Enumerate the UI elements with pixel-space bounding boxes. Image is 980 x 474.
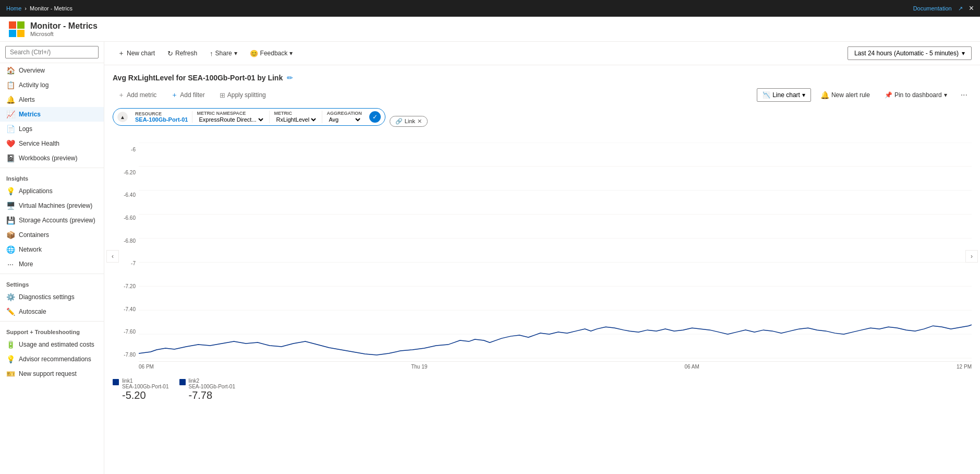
namespace-select[interactable]: ExpressRoute Direct... [197, 116, 265, 123]
sidebar-icon-logs: 📄 [6, 125, 15, 133]
aggregation-select[interactable]: Avg [326, 116, 361, 123]
sidebar-item-usage[interactable]: 🔋 Usage and estimated costs [0, 337, 104, 352]
sidebar-item-applications[interactable]: 💡 Applications [0, 184, 104, 198]
sidebar: 🏠 Overview 📋 Activity log 🔔 Alerts 📈 Met… [0, 42, 104, 474]
more-options-button[interactable]: ··· [957, 88, 972, 102]
sidebar-item-logs[interactable]: 📄 Logs [0, 122, 104, 136]
metric-selector-row: ▲ RESOURCE SEA-100Gb-Port-01 METRIC NAME… [113, 108, 972, 134]
legend-item-link2: link2 SEA-100Gb-Port-01 -7.78 [179, 378, 236, 401]
chart-nav-left-button[interactable]: ‹ [106, 250, 119, 263]
sidebar-item-more[interactable]: ··· More [0, 257, 104, 271]
search-input[interactable] [5, 46, 99, 58]
metric-select[interactable]: RxLightLevel [274, 116, 318, 123]
breadcrumb: Home › Monitor - Metrics [6, 5, 72, 11]
sidebar-divider-1 [0, 168, 104, 168]
metric-selector[interactable]: ▲ RESOURCE SEA-100Gb-Port-01 METRIC NAME… [113, 108, 385, 126]
legend-swatch-link2 [179, 379, 186, 385]
link-filter-chip[interactable]: 🔗 Link ✕ [390, 116, 428, 127]
sidebar-label-vm: Virtual Machines (preview) [19, 202, 92, 209]
sidebar-item-metrics[interactable]: 📈 Metrics [0, 107, 104, 122]
namespace-label: METRIC NAMESPACE [197, 111, 265, 116]
sidebar-item-service-health[interactable]: ❤️ Service Health [0, 136, 104, 151]
chart-nav-right-button[interactable]: › [965, 250, 978, 263]
namespace-field: METRIC NAMESPACE ExpressRoute Direct... [192, 111, 270, 123]
share-button[interactable]: ↑ Share ▾ [204, 47, 243, 60]
sidebar-item-advisor[interactable]: 💡 Advisor recommendations [0, 352, 104, 366]
apply-splitting-button[interactable]: ⊞ Apply splitting [214, 88, 271, 102]
resource-field: RESOURCE SEA-100Gb-Port-01 [131, 111, 192, 123]
y-label-4: -6.80 [113, 238, 139, 244]
time-range-picker[interactable]: Last 24 hours (Automatic - 5 minutes) ▾ [848, 46, 972, 60]
breadcrumb-current: Monitor - Metrics [30, 5, 72, 11]
y-label-8: -7.60 [113, 329, 139, 335]
sidebar-item-support[interactable]: 🎫 New support request [0, 366, 104, 381]
svg-rect-3 [17, 30, 25, 37]
app-logo [8, 21, 25, 38]
sidebar-label-diagnostics: Diagnostics settings [19, 293, 75, 301]
sidebar-item-storage[interactable]: 💾 Storage Accounts (preview) [0, 213, 104, 228]
aggregation-label: AGGREGATION [326, 111, 361, 116]
svg-rect-2 [9, 30, 16, 37]
add-filter-button[interactable]: ＋ Add filter [166, 88, 210, 102]
time-range-label: Last 24 hours (Automatic - 5 minutes) [854, 50, 959, 57]
ellipsis-icon: ··· [961, 90, 967, 99]
y-label-7: -7.40 [113, 306, 139, 312]
x-label-1: Thu 19 [411, 364, 427, 370]
legend-name-link2: link2 [189, 378, 236, 384]
sidebar-item-network[interactable]: 🌐 Network [0, 242, 104, 257]
sidebar-item-containers[interactable]: 📦 Containers [0, 228, 104, 242]
metric-confirm-button[interactable]: ✓ [369, 111, 381, 123]
filter-label: Link [405, 118, 415, 124]
add-metric-button[interactable]: ＋ Add metric [113, 88, 162, 102]
breadcrumb-home[interactable]: Home [6, 5, 21, 11]
refresh-button[interactable]: ↻ Refresh [162, 47, 202, 60]
svg-rect-0 [9, 21, 16, 29]
sidebar-icon-activity-log: 📋 [6, 81, 15, 89]
close-button[interactable]: × [969, 4, 974, 13]
splitting-icon: ⊞ [220, 91, 225, 99]
sidebar-item-workbooks[interactable]: 📓 Workbooks (preview) [0, 151, 104, 165]
alert-icon: 🔔 [820, 91, 829, 99]
chart-type-chevron: ▾ [802, 91, 805, 99]
sidebar-item-vm[interactable]: 🖥️ Virtual Machines (preview) [0, 198, 104, 213]
y-label-6: -7.20 [113, 283, 139, 289]
app-title: Monitor - Metrics [30, 21, 98, 31]
sidebar-item-activity-log[interactable]: 📋 Activity log [0, 78, 104, 92]
share-icon: ↑ [210, 50, 213, 57]
sidebar-item-autoscale[interactable]: ✏️ Autoscale [0, 304, 104, 319]
sidebar-item-overview[interactable]: 🏠 Overview [0, 63, 104, 78]
chart-line-link2 [139, 325, 972, 355]
pin-icon: 📌 [885, 91, 892, 99]
edit-title-icon[interactable]: ✏ [287, 74, 293, 82]
sidebar-icon-containers: 📦 [6, 231, 15, 239]
aggregation-field: AGGREGATION Avg [322, 111, 366, 123]
top-bar: Home › Monitor - Metrics Documentation ↗… [0, 0, 980, 17]
new-chart-button[interactable]: ＋ New chart [113, 46, 160, 61]
sidebar-icon-storage: 💾 [6, 216, 15, 224]
legend-swatch-link1 [113, 379, 119, 385]
sidebar-icon-advisor: 💡 [6, 355, 15, 363]
share-chevron-icon: ▾ [234, 50, 237, 57]
chart-type-button[interactable]: 📉 Line chart ▾ [757, 88, 811, 102]
chart-title: Avg RxLightLevel for SEA-100Gb-Port-01 b… [113, 74, 283, 82]
resource-label: RESOURCE [135, 111, 188, 116]
resource-value: SEA-100Gb-Port-01 [135, 116, 188, 123]
sidebar-icon-workbooks: 📓 [6, 154, 15, 162]
new-alert-button[interactable]: 🔔 New alert rule [815, 88, 875, 102]
chart-controls: ＋ Add metric ＋ Add filter ⊞ Apply splitt… [113, 88, 972, 102]
add-metric-icon: ＋ [118, 90, 125, 100]
support-label: Support + Troubleshooting [0, 324, 104, 337]
sidebar-item-diagnostics[interactable]: ⚙️ Diagnostics settings [0, 290, 104, 304]
chart-container: ‹ › -6 -6.20 -6.40 -6.60 -6.80 -7 -7.20 … [113, 143, 972, 370]
sidebar-item-alerts[interactable]: 🔔 Alerts [0, 92, 104, 107]
app-title-group: Monitor - Metrics Microsoft [30, 21, 98, 37]
pin-dashboard-button[interactable]: 📌 Pin to dashboard ▾ [879, 88, 952, 102]
app-header: Monitor - Metrics Microsoft [0, 17, 980, 42]
filter-close-icon[interactable]: ✕ [417, 118, 422, 125]
y-label-2: -6.40 [113, 192, 139, 198]
feedback-button[interactable]: 😊 Feedback ▾ [245, 47, 298, 60]
legend-name-link1: link1 [122, 378, 169, 384]
sidebar-icon-applications: 💡 [6, 187, 15, 195]
doc-link[interactable]: Documentation [913, 5, 952, 11]
feedback-icon: 😊 [250, 50, 258, 57]
